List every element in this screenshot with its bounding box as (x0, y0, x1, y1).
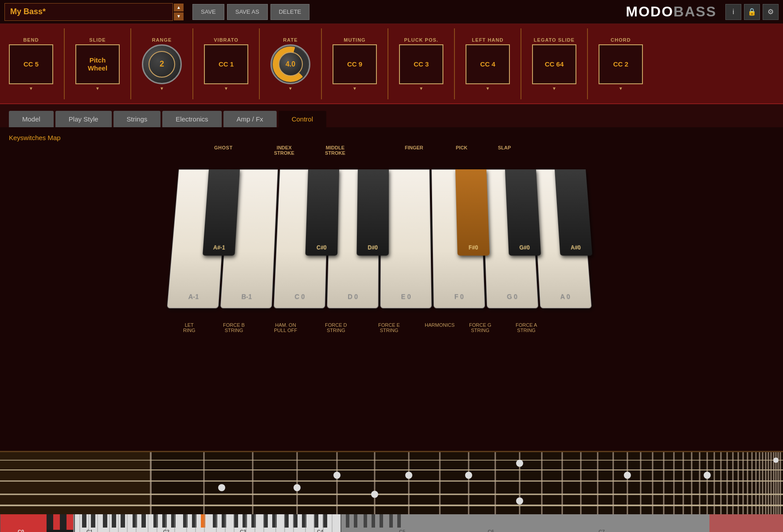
rate-knob[interactable]: 4.0 (270, 44, 310, 84)
piano-area: GHOST INDEXSTROKE MIDDLESTROKE FINGER PI… (9, 145, 774, 444)
tab-control[interactable]: Control (278, 111, 326, 127)
divider-3 (192, 28, 193, 99)
finger-label: FINGER (405, 145, 423, 150)
legato-slide-label: LEGATO SLIDE (534, 37, 575, 43)
svg-point-60 (773, 458, 779, 463)
preset-down-button[interactable]: ▼ (174, 12, 184, 20)
svg-text:C5: C5 (399, 529, 405, 532)
legato-slide-value[interactable]: CC 64 (532, 44, 576, 84)
svg-rect-122 (346, 514, 349, 528)
black-key-fs0[interactable]: F#0 (455, 169, 489, 256)
slide-dropdown[interactable]: ▼ (95, 86, 100, 91)
divider-4 (259, 28, 260, 99)
bend-value[interactable]: CC 5 (9, 44, 53, 84)
bottom-key-labels: LETRING FORCE BSTRING HAM. ONPULL OFF FO… (179, 322, 604, 347)
bend-control: BEND CC 5 ▼ (9, 37, 53, 91)
info-button[interactable]: i (725, 4, 741, 20)
vibrato-label: VIBRATO (214, 37, 239, 43)
rate-dropdown[interactable]: ▼ (288, 86, 293, 91)
controls-bar: BEND CC 5 ▼ SLIDE PitchWheel ▼ RANGE 2 ▼… (0, 24, 783, 104)
pluck-pos-dropdown[interactable]: ▼ (419, 86, 423, 91)
svg-rect-125 (372, 514, 375, 528)
tabs-bar: Model Play Style Strings Electronics Amp… (0, 104, 783, 127)
range-knob[interactable]: 2 (142, 44, 182, 84)
tab-model[interactable]: Model (9, 111, 54, 127)
rate-label: RATE (283, 37, 298, 43)
svg-text:C7: C7 (599, 529, 605, 532)
legato-slide-dropdown[interactable]: ▼ (552, 86, 556, 91)
index-stroke-label: INDEXSTROKE (274, 145, 294, 156)
svg-rect-140 (709, 514, 783, 532)
ghost-label: GHOST (214, 145, 233, 150)
svg-point-50 (333, 472, 341, 479)
svg-rect-69 (91, 514, 95, 528)
header-buttons: SAVE SAVE AS DELETE (192, 4, 309, 20)
svg-rect-128 (397, 514, 401, 528)
svg-rect-124 (364, 514, 367, 528)
preset-up-button[interactable]: ▲ (174, 4, 184, 12)
main-content: Keyswitches Map GHOST INDEXSTROKE MIDDLE… (0, 127, 783, 451)
left-hand-value[interactable]: CC 4 (466, 44, 510, 84)
bend-dropdown[interactable]: ▼ (29, 86, 33, 91)
settings-button[interactable]: ⚙ (763, 4, 779, 20)
muting-control: MUTING CC 9 ▼ (333, 37, 377, 91)
svg-rect-126 (380, 514, 383, 528)
black-key-as-1[interactable]: A#-1 (203, 169, 240, 256)
svg-rect-64 (60, 514, 67, 530)
fretboard (0, 452, 783, 514)
chord-value[interactable]: CC 2 (599, 44, 643, 84)
let-ring-label: LETRING (183, 322, 196, 333)
save-as-button[interactable]: SAVE AS (227, 4, 268, 20)
tab-play-style[interactable]: Play Style (55, 111, 112, 127)
black-key-as0[interactable]: A#0 (555, 169, 592, 256)
bottom-keyboard: C0 C1 C2 C3 C4 C5 C6 C7 (0, 514, 783, 532)
tab-electronics[interactable]: Electronics (162, 111, 221, 127)
header-icons: i 🔒 ⚙ (725, 4, 779, 20)
svg-point-55 (371, 491, 378, 498)
chord-dropdown[interactable]: ▼ (619, 86, 623, 91)
svg-point-59 (704, 472, 711, 479)
chord-control: CHORD CC 2 ▼ (599, 37, 643, 91)
svg-rect-72 (121, 514, 125, 528)
svg-rect-68 (82, 514, 86, 528)
chord-label: CHORD (611, 37, 630, 43)
divider-8 (521, 28, 521, 99)
slide-value[interactable]: PitchWheel (75, 44, 120, 84)
legato-slide-control: LEGATO SLIDE CC 64 ▼ (532, 37, 576, 91)
svg-text:C6: C6 (488, 529, 494, 532)
lock-button[interactable]: 🔒 (744, 4, 760, 20)
mini-keyboard-svg: C0 C1 C2 C3 C4 C5 C6 C7 (0, 514, 783, 532)
bend-label: BEND (23, 37, 39, 43)
rate-value: 4.0 (278, 52, 303, 76)
delete-button[interactable]: DELETE (270, 4, 310, 20)
svg-point-58 (624, 472, 631, 479)
tab-strings[interactable]: Strings (114, 111, 161, 127)
svg-text:C4: C4 (317, 529, 324, 532)
keyswitches-label: Keyswitches Map (9, 134, 774, 141)
preset-arrows[interactable]: ▲ ▼ (174, 4, 184, 20)
vibrato-control: VIBRATO CC 1 ▼ (204, 37, 248, 91)
left-hand-dropdown[interactable]: ▼ (485, 86, 490, 91)
black-key-cs0[interactable]: C#0 (305, 169, 339, 256)
muting-value[interactable]: CC 9 (333, 44, 377, 84)
vibrato-value[interactable]: CC 1 (204, 44, 248, 84)
black-key-gs0[interactable]: G#0 (505, 169, 541, 256)
save-button[interactable]: SAVE (192, 4, 224, 20)
range-dropdown[interactable]: ▼ (160, 86, 164, 91)
force-d-label: FORCE DSTRING (325, 322, 347, 333)
fretboard-area: C0 C1 C2 C3 C4 C5 C6 C7 (0, 451, 783, 532)
svg-rect-123 (354, 514, 357, 528)
divider-9 (587, 28, 588, 99)
vibrato-dropdown[interactable]: ▼ (224, 86, 228, 91)
muting-label: MUTING (344, 37, 365, 43)
svg-point-54 (294, 484, 301, 491)
muting-dropdown[interactable]: ▼ (352, 86, 357, 91)
force-e-label: FORCE ESTRING (378, 322, 400, 333)
pluck-pos-value[interactable]: CC 3 (399, 44, 443, 84)
left-hand-control: LEFT HAND CC 4 ▼ (466, 37, 510, 91)
tab-amp-fx[interactable]: Amp / Fx (223, 111, 277, 127)
svg-rect-70 (103, 514, 107, 528)
left-hand-label: LEFT HAND (472, 37, 503, 43)
pluck-pos-label: PLUCK POS. (404, 37, 438, 43)
black-key-ds0[interactable]: D#0 (356, 169, 389, 256)
